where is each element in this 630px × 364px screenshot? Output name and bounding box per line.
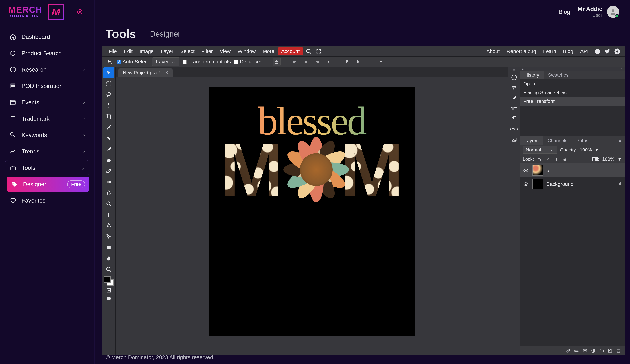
blur-tool[interactable] xyxy=(103,187,114,198)
layer-select[interactable]: Layer⌄ xyxy=(152,57,180,66)
panel-menu-icon[interactable]: ≡ xyxy=(616,72,624,78)
dock-brush-icon[interactable] xyxy=(509,93,519,103)
nav-favorites[interactable]: Favorites xyxy=(5,193,89,208)
layer-row[interactable]: 5 xyxy=(520,164,624,177)
path-select-tool[interactable] xyxy=(103,231,114,242)
pen-tool[interactable] xyxy=(103,220,114,231)
distribute-h-icon[interactable] xyxy=(325,58,333,66)
dodge-tool[interactable] xyxy=(103,198,114,209)
dock-character-icon[interactable]: TT xyxy=(509,104,519,113)
align-hcenter-icon[interactable] xyxy=(302,58,310,66)
gradient-tool[interactable] xyxy=(103,177,114,187)
nav-keywords[interactable]: Keywords › xyxy=(5,127,89,143)
search-icon[interactable] xyxy=(305,47,313,55)
menu-select[interactable]: Select xyxy=(177,47,198,55)
nav-trademark[interactable]: Trademark › xyxy=(5,111,89,126)
panel-menu-icon[interactable]: ≡ xyxy=(620,67,622,71)
magic-wand-tool[interactable] xyxy=(103,100,114,111)
align-vcenter-icon[interactable] xyxy=(354,58,362,66)
zoom-tool[interactable] xyxy=(103,264,114,275)
menu-image[interactable]: Image xyxy=(136,47,157,55)
close-icon[interactable]: ✕ xyxy=(165,70,168,75)
menu-learn[interactable]: Learn xyxy=(540,47,560,55)
tab-layers[interactable]: Layers xyxy=(520,136,543,145)
menu-account[interactable]: Account xyxy=(278,47,303,55)
link-layers-icon[interactable] xyxy=(566,348,571,354)
layer-effects-icon[interactable]: eff. xyxy=(574,348,579,354)
new-group-icon[interactable] xyxy=(599,348,604,354)
menu-report-bug[interactable]: Report a bug xyxy=(503,47,540,55)
menu-api[interactable]: API xyxy=(577,47,592,55)
lock-all-icon[interactable] xyxy=(562,157,568,162)
layer-row[interactable]: Background xyxy=(520,177,624,191)
lock-pixels-icon[interactable] xyxy=(545,157,551,162)
tab-channels[interactable]: Channels xyxy=(543,136,572,145)
menu-more[interactable]: More xyxy=(260,47,278,55)
blog-link[interactable]: Blog xyxy=(558,8,570,15)
shape-tool[interactable] xyxy=(103,242,114,253)
lock-transparency-icon[interactable] xyxy=(537,157,542,162)
record-icon[interactable] xyxy=(77,9,82,14)
delete-layer-icon[interactable] xyxy=(616,348,621,354)
dock-paragraph-icon[interactable]: ¶ xyxy=(509,114,519,124)
tab-swatches[interactable]: Swatches xyxy=(544,71,573,79)
dropdown-icon[interactable]: ▼ xyxy=(617,156,622,162)
fullscreen-icon[interactable] xyxy=(315,47,323,55)
menu-view[interactable]: View xyxy=(216,47,234,55)
keyboard-tool[interactable] xyxy=(103,295,114,303)
blend-mode-select[interactable]: Normal⌄ xyxy=(523,146,557,154)
nav-events[interactable]: Events › xyxy=(5,95,89,110)
dock-info-icon[interactable] xyxy=(509,73,519,82)
panel-menu-icon[interactable]: ≡ xyxy=(616,138,624,143)
canvas-area[interactable]: blessed M M xyxy=(116,77,508,355)
dropdown-icon[interactable]: ▼ xyxy=(594,147,599,153)
layer-thumbnail[interactable] xyxy=(532,165,543,176)
opacity-value[interactable]: 100% xyxy=(580,147,592,153)
distances-checkbox[interactable]: Distances xyxy=(234,59,262,65)
user-menu[interactable]: Mr Addie User xyxy=(578,6,619,18)
menu-layer[interactable]: Layer xyxy=(157,47,177,55)
reddit-icon[interactable] xyxy=(594,47,602,55)
lasso-tool[interactable] xyxy=(103,89,114,100)
new-layer-icon[interactable] xyxy=(608,348,613,354)
dock-toggle-left[interactable]: ‹› xyxy=(508,68,520,72)
layer-thumbnail[interactable] xyxy=(532,179,543,189)
marquee-tool[interactable] xyxy=(103,78,114,89)
menu-filter[interactable]: Filter xyxy=(198,47,216,55)
type-tool[interactable] xyxy=(103,209,114,220)
quick-mask-tool[interactable] xyxy=(103,286,114,295)
lock-position-icon[interactable] xyxy=(554,157,559,162)
menu-blog[interactable]: Blog xyxy=(560,47,576,55)
auto-select-checkbox[interactable]: Auto-Select xyxy=(117,59,149,65)
layer-name[interactable]: Background xyxy=(546,181,574,187)
clone-stamp-tool[interactable] xyxy=(103,155,114,166)
align-right-icon[interactable] xyxy=(313,58,322,66)
avatar[interactable] xyxy=(607,6,619,18)
menu-edit[interactable]: Edit xyxy=(120,47,136,55)
nav-tools[interactable]: Tools ⌄ xyxy=(5,160,89,176)
fill-value[interactable]: 100% xyxy=(602,156,614,162)
transform-controls-checkbox[interactable]: Transform controls xyxy=(183,59,231,65)
document-tab[interactable]: New Project.psd * ✕ xyxy=(118,68,173,77)
artboard[interactable]: blessed M M xyxy=(209,87,415,336)
align-top-icon[interactable] xyxy=(343,58,351,66)
menu-about[interactable]: About xyxy=(483,47,503,55)
download-icon[interactable] xyxy=(272,58,280,66)
facebook-icon[interactable] xyxy=(613,47,621,55)
menu-window[interactable]: Window xyxy=(234,47,259,55)
align-bottom-icon[interactable] xyxy=(366,58,374,66)
layer-mask-icon[interactable] xyxy=(582,348,588,354)
nav-research[interactable]: Research › xyxy=(5,62,89,77)
crop-tool[interactable] xyxy=(103,111,114,122)
color-swatches[interactable] xyxy=(103,276,114,286)
healing-tool[interactable] xyxy=(103,133,114,144)
tab-paths[interactable]: Paths xyxy=(572,136,593,145)
history-item[interactable]: Free Transform xyxy=(520,97,624,106)
move-tool[interactable] xyxy=(103,67,114,78)
adjustment-layer-icon[interactable] xyxy=(590,348,596,354)
brush-tool[interactable] xyxy=(103,144,114,155)
history-item[interactable]: Placing Smart Object xyxy=(520,88,624,97)
align-left-icon[interactable] xyxy=(291,58,299,66)
layer-name[interactable]: 5 xyxy=(546,168,549,173)
nav-designer[interactable]: Designer Free xyxy=(6,177,89,192)
